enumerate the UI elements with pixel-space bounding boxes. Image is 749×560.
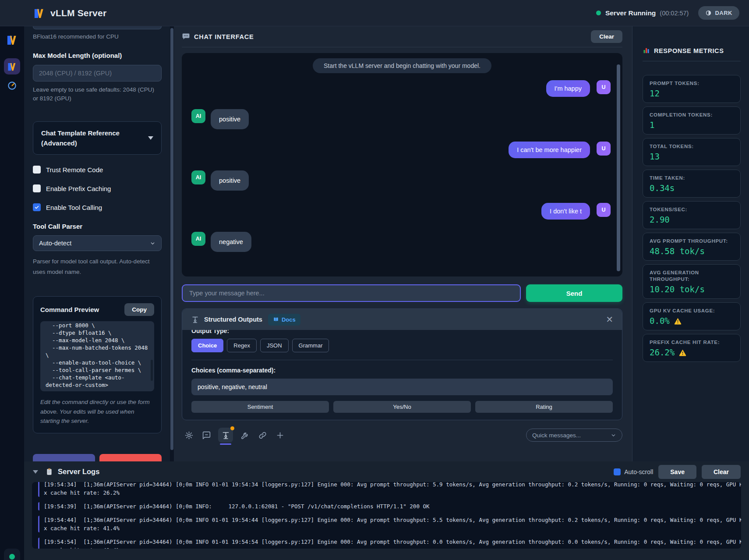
chat-panel-title: CHAT INTERFACE	[194, 33, 254, 40]
command-text: --port 8000 \ --dtype bfloat16 \ --max-m…	[46, 322, 149, 389]
output-type-button-group: ChoiceRegexJSONGrammar	[191, 339, 613, 352]
code-scrollbar-thumb[interactable]	[151, 360, 153, 381]
metric-card-list: PROMPT TOKENS: 12 COMPLETION TOKENS: 1 T…	[643, 75, 741, 362]
checkbox-label: Enable Tool Calling	[46, 204, 102, 211]
left-rail	[0, 26, 24, 560]
settings-scrollbar-thumb[interactable]	[170, 28, 173, 450]
chevron-down-icon	[611, 432, 616, 438]
message-square-icon[interactable]	[201, 429, 212, 441]
header-right: Server Running (00:02:57) DARK	[596, 6, 739, 20]
logs-save-button[interactable]: Save	[658, 465, 696, 479]
output-type-button[interactable]: Regex	[227, 339, 257, 352]
settings-checkbox-row[interactable]: Trust Remote Code	[33, 165, 162, 174]
output-type-button[interactable]: JSON	[260, 339, 289, 352]
send-button[interactable]: Send	[526, 284, 622, 302]
log-line: x cache hit rate: 26.2%	[44, 489, 735, 497]
chat-template-reference-toggle[interactable]: Chat Template Reference (Advanced)	[33, 121, 162, 155]
max-model-length-label: Max Model Length (optional)	[33, 52, 162, 59]
server-logs-header: Server Logs Auto-scroll Save Clear	[24, 461, 749, 482]
speech-bubble-icon	[182, 32, 190, 41]
metric-value: 13	[650, 152, 734, 161]
checkbox[interactable]	[33, 166, 41, 174]
preset-button[interactable]: Rating	[475, 401, 613, 413]
rail-item-server[interactable]	[4, 58, 20, 74]
checkbox[interactable]	[33, 184, 41, 192]
tool-call-parser-help: Parser for model tool call output. Auto-…	[33, 256, 162, 277]
log-line: [19:54:34] [1;36m(APIServer pid=34464) […	[44, 482, 735, 489]
checkbox-label: Enable Prefix Caching	[46, 185, 111, 192]
copy-button[interactable]: Copy	[124, 303, 154, 316]
chat-message-area[interactable]: Start the vLLM server and begin chatting…	[182, 53, 622, 276]
structured-outputs-toggle-icon[interactable]	[218, 428, 233, 443]
chat-message-user: I'm happy U	[182, 80, 622, 97]
preset-button[interactable]: Yes/No	[333, 401, 471, 413]
message-input[interactable]	[182, 284, 521, 302]
metric-card: COMPLETION TOKENS: 1	[643, 106, 741, 135]
chat-header: CHAT INTERFACE Clear	[182, 26, 622, 47]
checkbox[interactable]	[33, 203, 41, 211]
choices-input[interactable]	[191, 379, 613, 395]
warning-icon	[678, 348, 687, 357]
metric-value: 2.90	[650, 215, 734, 224]
log-entry: [19:54:39] [1;36m(APIServer pid=34464) […	[38, 502, 735, 510]
chat-message-user: I don't like t U	[182, 203, 622, 220]
structured-outputs-icon	[191, 315, 199, 324]
metric-label: PROMPT TOKENS:	[650, 80, 734, 87]
server-logs-actions: Auto-scroll Save Clear	[614, 465, 741, 479]
plus-icon[interactable]	[274, 429, 286, 441]
tool-call-parser-select[interactable]: Auto-detect	[33, 235, 162, 251]
output-type-button[interactable]: Choice	[191, 339, 223, 352]
settings-checkbox-list: Trust Remote Code Enable Prefix Caching …	[33, 165, 162, 212]
logs-clear-button[interactable]: Clear	[702, 465, 741, 479]
preset-button-row: SentimentYes/NoRating	[191, 401, 613, 413]
user-avatar: U	[597, 142, 611, 156]
metric-value: 0.0%	[650, 316, 734, 326]
chat-message-ai: AI positive	[182, 170, 622, 191]
theme-toggle-button[interactable]: DARK	[698, 6, 739, 20]
command-preview-code[interactable]: --port 8000 \ --dtype bfloat16 \ --max-m…	[40, 321, 154, 391]
docs-button[interactable]: Docs	[268, 314, 300, 326]
metric-value-text: 0.34s	[650, 183, 675, 193]
wrench-icon[interactable]	[239, 429, 251, 441]
metric-card: TOTAL TOKENS: 13	[643, 138, 741, 166]
vllm-logo-icon	[7, 61, 17, 71]
metric-value: 10.20 tok/s	[650, 284, 734, 294]
link-icon[interactable]	[257, 429, 268, 441]
metric-label: AVG PROMPT THROUGHPUT:	[650, 238, 734, 245]
settings-gear-icon[interactable]	[183, 429, 194, 441]
metric-value-text: 48.58 tok/s	[650, 246, 705, 256]
metric-value: 12	[650, 89, 734, 98]
metric-value: 48.58 tok/s	[650, 246, 734, 256]
settings-checkbox-row[interactable]: Enable Prefix Caching	[33, 184, 162, 193]
preset-button[interactable]: Sentiment	[191, 401, 329, 413]
gauge-icon[interactable]	[7, 81, 17, 91]
warning-icon	[674, 317, 682, 325]
metric-card: AVG PROMPT THROUGHPUT: 48.58 tok/s	[643, 233, 741, 261]
max-model-length-input[interactable]	[33, 65, 162, 82]
chat-scrollbar-thumb[interactable]	[617, 64, 620, 271]
chat-clear-button[interactable]: Clear	[591, 30, 622, 43]
chat-message-user: I can't be more happier U	[182, 142, 622, 158]
structured-outputs-panel: Structured Outputs Docs ✕ Output Type: C…	[182, 308, 622, 420]
log-line: [19:54:44] [1;36m(APIServer pid=34464) […	[44, 516, 735, 524]
quick-messages-select[interactable]: Quick messages...	[526, 429, 622, 442]
output-type-button[interactable]: Grammar	[292, 339, 329, 352]
chat-notice: Start the vLLM server and begin chatting…	[313, 58, 491, 73]
response-metrics-title: RESPONSE METRICS	[654, 47, 724, 54]
divider	[643, 61, 741, 61]
user-avatar: U	[597, 80, 611, 94]
log-entry: [19:54:44] [1;36m(APIServer pid=34464) […	[38, 516, 735, 532]
close-icon[interactable]: ✕	[606, 315, 613, 324]
log-entry: [19:54:34] [1;36m(APIServer pid=34464) […	[38, 482, 735, 497]
metric-value-text: 0.0%	[650, 316, 670, 326]
autoscroll-toggle[interactable]: Auto-scroll	[614, 468, 653, 475]
ai-avatar: AI	[191, 232, 205, 246]
dtype-select-clipped[interactable]	[33, 26, 162, 29]
log-line: [19:54:54] [1;36m(APIServer pid=34464) […	[44, 538, 735, 546]
autoscroll-checkbox[interactable]	[614, 468, 621, 475]
metric-label: TOKENS/SEC:	[650, 206, 734, 213]
collapse-triangle-icon[interactable]	[33, 470, 38, 474]
settings-checkbox-row[interactable]: Enable Tool Calling	[33, 203, 162, 212]
server-logs-output[interactable]: [19:54:34] [1;36m(APIServer pid=34464) […	[32, 482, 741, 549]
ai-message-bubble: positive	[211, 170, 249, 191]
